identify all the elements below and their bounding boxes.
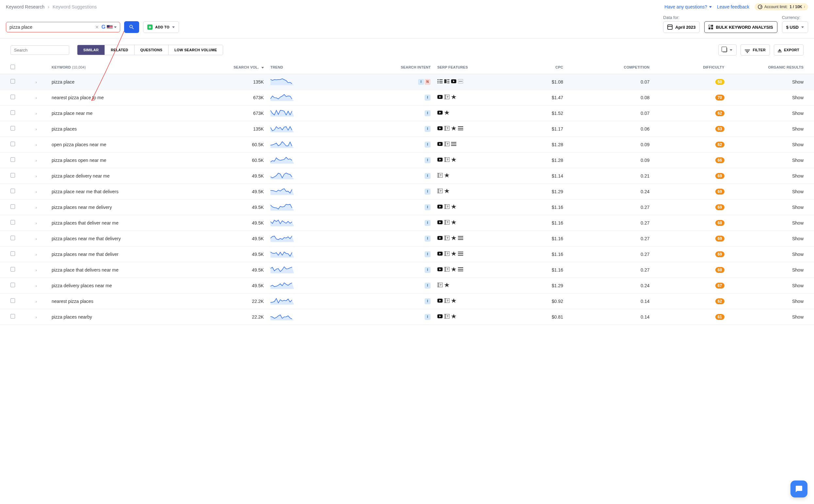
keyword-link[interactable]: pizza place that delivers near me [52,267,119,273]
caret-down-icon [172,26,175,28]
show-results-link[interactable]: Show [792,189,804,194]
row-checkbox[interactable] [10,204,15,209]
currency-button[interactable]: $ USD [782,21,808,33]
show-results-link[interactable]: Show [792,220,804,226]
table-search-input[interactable] [14,48,69,53]
expand-chevron-icon[interactable]: › [36,268,37,273]
show-results-link[interactable]: Show [792,299,804,304]
row-checkbox[interactable] [10,173,15,178]
keyword-link[interactable]: pizza place [52,79,74,85]
keyword-link[interactable]: pizza delivery places near me [52,283,112,288]
select-all-checkbox[interactable] [10,65,15,69]
account-limit-badge[interactable]: Account limit: 1 / 10K i [755,3,808,10]
row-checkbox[interactable] [10,110,15,115]
show-results-link[interactable]: Show [792,205,804,210]
date-button[interactable]: April 2023 [663,21,700,33]
show-results-link[interactable]: Show [792,79,804,85]
breadcrumb-root[interactable]: Keyword Research [6,4,44,9]
show-results-link[interactable]: Show [792,142,804,147]
keyword-link[interactable]: pizza places near me that delivery [52,236,121,241]
row-checkbox[interactable] [10,267,15,272]
keyword-link[interactable]: nearest pizza place to me [52,95,104,100]
show-results-link[interactable]: Show [792,314,804,320]
col-keyword[interactable]: KEYWORD (10,004) [48,61,192,74]
expand-chevron-icon[interactable]: › [36,80,37,85]
show-results-link[interactable]: Show [792,283,804,288]
keyword-input[interactable] [9,24,92,30]
serp-features [438,314,456,319]
col-intent[interactable]: SEARCH INTENT [347,61,434,74]
col-competition[interactable]: COMPETITION [567,61,653,74]
feedback-link[interactable]: Leave feedback [717,4,749,9]
show-results-link[interactable]: Show [792,236,804,241]
show-results-link[interactable]: Show [792,158,804,163]
table-row: ›pizza place near me that delivers49.5KI… [0,184,814,199]
keyword-link[interactable]: nearest pizza places [52,299,93,304]
expand-chevron-icon[interactable]: › [36,190,37,194]
expand-chevron-icon[interactable]: › [36,221,37,226]
caret-down-icon[interactable] [114,26,117,28]
tab-related[interactable]: RELATED [105,45,134,55]
keyword-link[interactable]: open pizza places near me [52,142,106,147]
col-organic[interactable]: ORGANIC RESULTS [728,61,814,74]
questions-link[interactable]: Have any questions? [664,4,712,9]
row-checkbox[interactable] [10,142,15,146]
tab-questions[interactable]: QUESTIONS [135,45,169,55]
expand-chevron-icon[interactable]: › [36,205,37,210]
expand-chevron-icon[interactable]: › [36,143,37,147]
col-cpc[interactable]: CPC [509,61,567,74]
row-checkbox[interactable] [10,283,15,287]
trend-sparkline [270,203,294,211]
keyword-link[interactable]: pizza place near me that delivers [52,189,119,194]
keyword-link[interactable]: pizza place delivery near me [52,173,109,179]
expand-chevron-icon[interactable]: › [36,96,37,100]
row-checkbox[interactable] [10,95,15,99]
col-trend[interactable]: TREND [267,61,348,74]
row-checkbox[interactable] [10,79,15,84]
show-results-link[interactable]: Show [792,173,804,179]
expand-chevron-icon[interactable]: › [36,174,37,179]
tab-similar[interactable]: SIMILAR [77,45,105,55]
show-results-link[interactable]: Show [792,252,804,257]
clear-icon[interactable]: ✕ [95,24,99,30]
row-checkbox[interactable] [10,126,15,131]
search-button[interactable] [124,21,139,33]
col-difficulty[interactable]: DIFFICULTY [653,61,727,74]
keyword-link[interactable]: pizza place near me [52,111,92,116]
expand-chevron-icon[interactable]: › [36,252,37,257]
table-search[interactable] [10,45,69,55]
keyword-link[interactable]: pizza places near me delivery [52,205,112,210]
show-results-link[interactable]: Show [792,111,804,116]
row-checkbox[interactable] [10,157,15,162]
row-checkbox[interactable] [10,298,15,303]
bulk-analysis-button[interactable]: BULK KEYWORD ANALYSIS [704,21,777,33]
expand-chevron-icon[interactable]: › [36,111,37,116]
row-checkbox[interactable] [10,189,15,193]
expand-chevron-icon[interactable]: › [36,299,37,304]
show-results-link[interactable]: Show [792,126,804,132]
show-results-link[interactable]: Show [792,95,804,100]
row-checkbox[interactable] [10,251,15,256]
add-to-button[interactable]: ADD TO [143,21,179,33]
row-checkbox[interactable] [10,236,15,240]
filter-button[interactable]: FILTER [741,44,770,55]
col-search-vol[interactable]: SEARCH VOL. [192,61,267,74]
expand-chevron-icon[interactable]: › [36,284,37,288]
row-checkbox[interactable] [10,220,15,225]
row-checkbox[interactable] [10,314,15,319]
keyword-link[interactable]: pizza places nearby [52,314,92,320]
show-results-link[interactable]: Show [792,267,804,273]
copy-button[interactable] [718,44,737,55]
export-button[interactable]: EXPORT [774,44,804,55]
keyword-link[interactable]: pizza places near me that deliver [52,252,119,257]
tab-low-volume[interactable]: LOW SEARCH VOLUME [168,45,223,55]
keyword-search[interactable]: ✕ G [6,22,120,32]
keyword-link[interactable]: pizza places open near me [52,158,106,163]
keyword-link[interactable]: pizza places [52,126,77,132]
keyword-link[interactable]: pizza places that deliver near me [52,220,119,226]
expand-chevron-icon[interactable]: › [36,158,37,163]
col-serp[interactable]: SERP FEATURES [434,61,509,74]
expand-chevron-icon[interactable]: › [36,237,37,241]
expand-chevron-icon[interactable]: › [36,315,37,320]
expand-chevron-icon[interactable]: › [36,127,37,132]
